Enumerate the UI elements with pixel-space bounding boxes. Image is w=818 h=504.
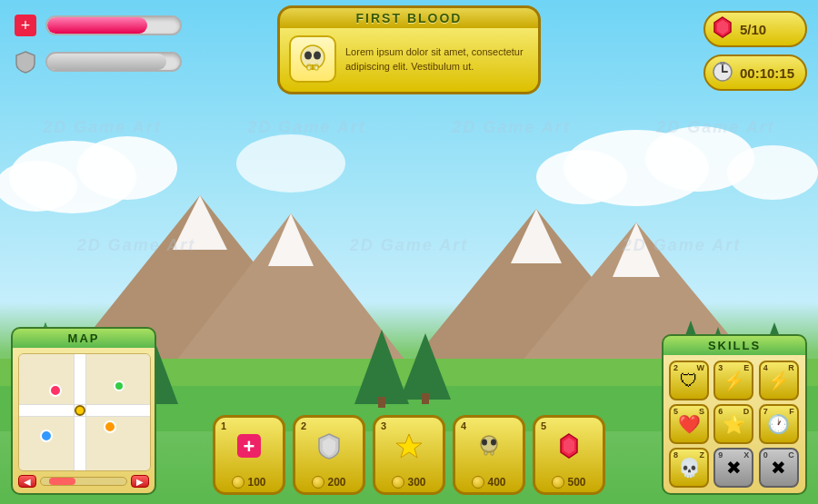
skills-label: SKILLS [662, 334, 807, 355]
skill-btn-4[interactable]: 4 400 [453, 415, 525, 495]
skill-1-cost: 100 [232, 476, 265, 489]
health-icon: + [11, 11, 40, 40]
svg-point-39 [314, 52, 321, 60]
hud-topright: 5/10 00:10:15 [703, 11, 807, 91]
svg-point-56 [50, 385, 61, 396]
svg-point-66 [491, 440, 496, 446]
coin-icon-4 [472, 476, 484, 489]
gems-pill: 5/10 [703, 11, 807, 47]
first-blood-body: Lorem ipsum dolor sit amet, consectetur … [277, 28, 541, 94]
timer-icon [711, 59, 734, 86]
shield-bar-row [11, 47, 182, 76]
coin-icon-5 [552, 476, 564, 489]
svg-marker-63 [396, 434, 422, 458]
skill-btn-3[interactable]: 3 300 [373, 415, 445, 495]
skill-2-cost: 200 [312, 476, 345, 489]
skill-cell-3[interactable]: 4 R ⚡ [759, 361, 799, 400]
coin-icon-3 [392, 476, 404, 489]
bottom-action-bar: 1 + 100 2 200 3 [0, 404, 818, 504]
timer-pill: 00:10:15 [703, 54, 807, 91]
svg-point-65 [482, 440, 487, 446]
skill-5-cost: 500 [552, 476, 585, 489]
hud-topleft: + [11, 11, 182, 76]
gem-icon [711, 15, 734, 43]
health-bar-row: + [11, 11, 182, 40]
svg-text:+: + [21, 16, 31, 35]
shield-icon [11, 47, 40, 76]
shield-bar-bg [45, 52, 182, 72]
svg-point-59 [115, 381, 124, 390]
svg-text:+: + [244, 435, 255, 458]
skill-cell-1[interactable]: 2 W 🛡 [669, 361, 709, 400]
first-blood-panel: FIRST BLOOD Lorem ipsum dolor sit amet, … [277, 5, 541, 94]
svg-point-38 [304, 52, 312, 60]
first-blood-label: FIRST BLOOD [356, 11, 463, 25]
skill-btn-5[interactable]: 5 500 [533, 415, 605, 495]
coin-icon [232, 476, 244, 489]
timer-value: 00:10:15 [740, 65, 794, 81]
health-bar-fill [47, 17, 147, 34]
skull-icon [289, 35, 336, 83]
coin-icon-2 [312, 476, 324, 489]
skill-4-cost: 400 [472, 476, 505, 489]
health-bar-bg [45, 15, 182, 35]
skill-2-icon [315, 432, 343, 466]
gems-value: 5/10 [740, 22, 766, 37]
map-label: MAP [11, 327, 156, 348]
first-blood-description: Lorem ipsum dolor sit amet, consectetur … [345, 44, 529, 74]
skill-cell-2[interactable]: 3 E ⚡ [713, 361, 753, 400]
skill-3-icon [395, 432, 423, 466]
skill-5-icon [555, 432, 583, 466]
skill-4-icon [475, 432, 503, 466]
first-blood-badge: FIRST BLOOD [277, 5, 541, 28]
skill-1-icon: + [235, 432, 263, 466]
skill-3-cost: 300 [392, 476, 425, 489]
shield-bar-fill [47, 54, 166, 70]
svg-rect-48 [720, 62, 725, 64]
skill-btn-1[interactable]: 1 + 100 [213, 415, 285, 495]
skill-btn-2[interactable]: 2 200 [293, 415, 365, 495]
